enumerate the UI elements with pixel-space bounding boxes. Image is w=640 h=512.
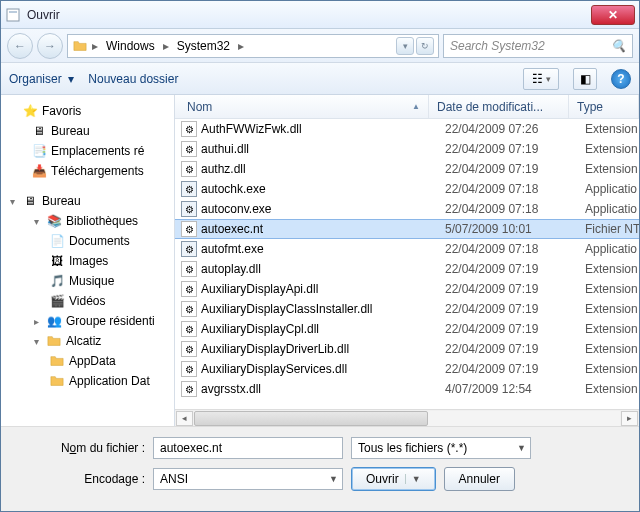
file-type: Extension bbox=[585, 162, 639, 176]
sidebar-item-videos[interactable]: 🎬Vidéos bbox=[1, 291, 174, 311]
expander-open-icon: ▾ bbox=[31, 216, 42, 227]
sidebar-libraries[interactable]: ▾📚Bibliothèques bbox=[1, 211, 174, 231]
sidebar-item-applicationdata[interactable]: Application Dat bbox=[1, 371, 174, 391]
file-date: 22/04/2009 07:19 bbox=[445, 262, 585, 276]
sidebar-homegroup[interactable]: ▸👥Groupe résidenti bbox=[1, 311, 174, 331]
file-type: Extension bbox=[585, 342, 639, 356]
file-name: AuxiliaryDisplayApi.dll bbox=[201, 282, 445, 296]
file-icon: ⚙ bbox=[181, 161, 197, 177]
file-row[interactable]: ⚙authui.dll22/04/2009 07:19Extension bbox=[175, 139, 639, 159]
homegroup-icon: 👥 bbox=[46, 313, 62, 329]
file-icon: ⚙ bbox=[181, 201, 197, 217]
sidebar-desktop-root[interactable]: ▾🖥Bureau bbox=[1, 191, 174, 211]
svg-rect-0 bbox=[7, 9, 19, 21]
recent-icon: 📑 bbox=[31, 143, 47, 159]
file-list[interactable]: ⚙AuthFWWizFwk.dll22/04/2009 07:26Extensi… bbox=[175, 119, 639, 409]
file-row[interactable]: ⚙AuxiliaryDisplayCpl.dll22/04/2009 07:19… bbox=[175, 319, 639, 339]
file-row[interactable]: ⚙AuxiliaryDisplayDriverLib.dll22/04/2009… bbox=[175, 339, 639, 359]
column-name[interactable]: Nom▲ bbox=[179, 95, 429, 118]
chevron-right-icon: ▸ bbox=[161, 39, 171, 53]
file-row[interactable]: ⚙AuxiliaryDisplayClassInstaller.dll22/04… bbox=[175, 299, 639, 319]
scroll-thumb[interactable] bbox=[194, 411, 428, 426]
sidebar-favorites[interactable]: ⭐Favoris bbox=[1, 101, 174, 121]
sidebar-item-images[interactable]: 🖼Images bbox=[1, 251, 174, 271]
chevron-right-icon: ▸ bbox=[236, 39, 246, 53]
libraries-icon: 📚 bbox=[46, 213, 62, 229]
refresh-button[interactable]: ↻ bbox=[416, 37, 434, 55]
preview-pane-button[interactable]: ◧ bbox=[573, 68, 597, 90]
scroll-left-button[interactable]: ◂ bbox=[176, 411, 193, 426]
filename-input[interactable] bbox=[153, 437, 343, 459]
file-type: Extension bbox=[585, 302, 639, 316]
file-row[interactable]: ⚙autofmt.exe22/04/2009 07:18Applicatio bbox=[175, 239, 639, 259]
file-type: Fichier NT bbox=[585, 222, 639, 236]
file-type: Extension bbox=[585, 322, 639, 336]
open-button[interactable]: Ouvrir▼ bbox=[351, 467, 436, 491]
file-date: 4/07/2009 12:54 bbox=[445, 382, 585, 396]
column-date[interactable]: Date de modificati... bbox=[429, 95, 569, 118]
column-headers: Nom▲ Date de modificati... Type bbox=[175, 95, 639, 119]
back-button[interactable]: ← bbox=[7, 33, 33, 59]
file-name: AuxiliaryDisplayDriverLib.dll bbox=[201, 342, 445, 356]
panel-icon: ◧ bbox=[580, 72, 591, 86]
file-name: autofmt.exe bbox=[201, 242, 445, 256]
file-row[interactable]: ⚙autoplay.dll22/04/2009 07:19Extension bbox=[175, 259, 639, 279]
view-mode-button[interactable]: ☷▾ bbox=[523, 68, 559, 90]
expander-open-icon: ▾ bbox=[31, 336, 42, 347]
expander-open-icon: ▾ bbox=[7, 196, 18, 207]
breadcrumb[interactable]: ▸ Windows ▸ System32 ▸ ▾ ↻ bbox=[67, 34, 439, 58]
file-row[interactable]: ⚙autochk.exe22/04/2009 07:18Applicatio bbox=[175, 179, 639, 199]
file-date: 22/04/2009 07:19 bbox=[445, 322, 585, 336]
file-row[interactable]: ⚙avgrsstx.dll4/07/2009 12:54Extension bbox=[175, 379, 639, 399]
folder-icon bbox=[49, 353, 65, 369]
file-row[interactable]: ⚙AuthFWWizFwk.dll22/04/2009 07:26Extensi… bbox=[175, 119, 639, 139]
video-icon: 🎬 bbox=[49, 293, 65, 309]
split-button-chevron-icon[interactable]: ▼ bbox=[405, 474, 421, 484]
file-icon: ⚙ bbox=[181, 341, 197, 357]
file-name: AuxiliaryDisplayCpl.dll bbox=[201, 322, 445, 336]
doc-icon: 📄 bbox=[49, 233, 65, 249]
search-input[interactable]: Search System32 🔍 bbox=[443, 34, 633, 58]
sidebar-item-documents[interactable]: 📄Documents bbox=[1, 231, 174, 251]
file-icon: ⚙ bbox=[181, 381, 197, 397]
forward-button[interactable]: → bbox=[37, 33, 63, 59]
help-button[interactable]: ? bbox=[611, 69, 631, 89]
close-button[interactable]: ✕ bbox=[591, 5, 635, 25]
sidebar-item-appdata[interactable]: AppData bbox=[1, 351, 174, 371]
body-area: ⭐Favoris 🖥Bureau 📑Emplacements ré 📥Téléc… bbox=[1, 95, 639, 426]
file-row[interactable]: ⚙autoconv.exe22/04/2009 07:18Applicatio bbox=[175, 199, 639, 219]
file-row[interactable]: ⚙AuxiliaryDisplayApi.dll22/04/2009 07:19… bbox=[175, 279, 639, 299]
sidebar-item-music[interactable]: 🎵Musique bbox=[1, 271, 174, 291]
filetype-combo[interactable]: Tous les fichiers (*.*)▼ bbox=[351, 437, 531, 459]
scroll-right-button[interactable]: ▸ bbox=[621, 411, 638, 426]
organize-button[interactable]: Organiser ▾ bbox=[9, 72, 74, 86]
sidebar-user[interactable]: ▾Alcatiz bbox=[1, 331, 174, 351]
horizontal-scrollbar[interactable]: ◂ ▸ bbox=[175, 409, 639, 426]
file-name: autochk.exe bbox=[201, 182, 445, 196]
file-name: authui.dll bbox=[201, 142, 445, 156]
file-type: Extension bbox=[585, 122, 639, 136]
sidebar-item-desktop[interactable]: 🖥Bureau bbox=[1, 121, 174, 141]
file-date: 22/04/2009 07:18 bbox=[445, 202, 585, 216]
path-segment[interactable]: Windows bbox=[102, 39, 159, 53]
search-placeholder: Search System32 bbox=[450, 39, 545, 53]
sidebar-item-downloads[interactable]: 📥Téléchargements bbox=[1, 161, 174, 181]
image-icon: 🖼 bbox=[49, 253, 65, 269]
sidebar-item-recent[interactable]: 📑Emplacements ré bbox=[1, 141, 174, 161]
app-icon bbox=[5, 7, 21, 23]
file-row[interactable]: ⚙authz.dll22/04/2009 07:19Extension bbox=[175, 159, 639, 179]
scroll-track[interactable] bbox=[194, 411, 620, 426]
path-dropdown-button[interactable]: ▾ bbox=[396, 37, 414, 55]
file-row[interactable]: ⚙AuxiliaryDisplayServices.dll22/04/2009 … bbox=[175, 359, 639, 379]
encoding-combo[interactable]: ANSI▼ bbox=[153, 468, 343, 490]
cancel-button[interactable]: Annuler bbox=[444, 467, 515, 491]
file-icon: ⚙ bbox=[181, 261, 197, 277]
file-name: autoexec.nt bbox=[201, 222, 445, 236]
sort-asc-icon: ▲ bbox=[412, 102, 420, 111]
nav-row: ← → ▸ Windows ▸ System32 ▸ ▾ ↻ Search Sy… bbox=[1, 29, 639, 63]
column-type[interactable]: Type bbox=[569, 95, 639, 118]
path-segment[interactable]: System32 bbox=[173, 39, 234, 53]
new-folder-button[interactable]: Nouveau dossier bbox=[88, 72, 178, 86]
file-row[interactable]: ⚙autoexec.nt5/07/2009 10:01Fichier NT bbox=[175, 219, 639, 239]
file-type: Extension bbox=[585, 142, 639, 156]
